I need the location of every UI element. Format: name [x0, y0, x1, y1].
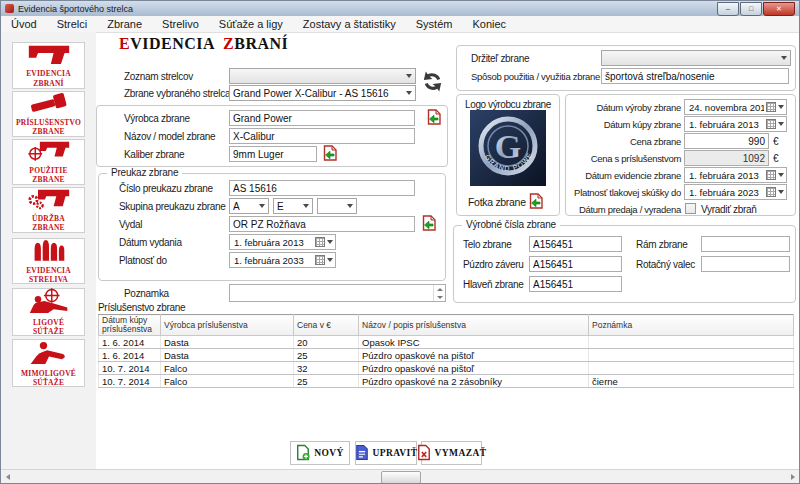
sidebar-item-evidencia-zbrani[interactable]: EVIDENCIA ZBRANÍ [12, 42, 85, 89]
column-header-price[interactable]: Cena v € [294, 315, 359, 336]
barrel-serial-input[interactable] [529, 276, 622, 292]
pistol-icon [27, 43, 71, 69]
pressure-test-label: Platnosť tlakovej skúšky do [567, 187, 681, 198]
body-serial-label: Telo zbrane [463, 239, 511, 250]
maximize-button[interactable]: □ [740, 2, 762, 16]
usage-label: Spôsob použitia / využitia zbrane [471, 71, 600, 82]
delete-document-icon [417, 444, 431, 463]
bullets-icon [31, 238, 67, 266]
refresh-icon[interactable] [420, 67, 445, 97]
menu-item-zbrane[interactable]: Zbrane [97, 18, 152, 30]
usage-input[interactable] [601, 68, 789, 84]
logo-panel-title: Logo výrobcu zbrane [456, 99, 560, 110]
note-textarea[interactable] [229, 284, 446, 302]
scrollbar-thumb[interactable] [381, 471, 421, 484]
manufacturer-label: Výrobca zbrane [124, 113, 190, 124]
total-currency: € [773, 153, 779, 164]
chevron-down-icon [343, 204, 356, 208]
delete-button[interactable]: VYMAZAŤ [421, 441, 482, 465]
menu-item-zostavy-a-statistiky[interactable]: Zostavy a štatistiky [293, 18, 406, 30]
menu-item-koniec[interactable]: Koniec [462, 18, 516, 30]
chevron-down-icon [402, 74, 415, 78]
close-button[interactable]: ✕ [763, 2, 795, 16]
issue-date-picker[interactable]: 1. februára 2013 [229, 234, 336, 250]
menu-item-system[interactable]: Systém [406, 18, 463, 30]
weapon-list-combobox[interactable]: Grand Power X-Calibur - AS 15616 [229, 85, 416, 101]
pistol-crosshair-icon [27, 140, 71, 166]
accessories-title: Príslušenstvo zbrane [98, 302, 185, 313]
caliber-label: Kaliber zbrane [124, 149, 184, 160]
shooter-list-combobox[interactable] [229, 68, 416, 84]
photo-lookup-book-icon[interactable] [529, 193, 543, 209]
horizontal-scrollbar[interactable] [1, 469, 799, 483]
title-bar[interactable]: Evidencia športového strelca – □ ✕ [1, 1, 799, 16]
purchase-date-label: Dátum kúpy zbrane [567, 119, 681, 130]
note-spinner[interactable] [433, 285, 445, 301]
app-icon [5, 4, 14, 13]
sidebar-item-mimoligove-sutaze[interactable]: MIMOLIGOVÉ SÚŤAŽE [12, 339, 85, 387]
manufacturer-lookup-book-icon[interactable] [427, 109, 441, 125]
flashlight-icon [27, 92, 71, 118]
license-issuer-input[interactable] [229, 216, 415, 232]
cylinder-serial-label: Rotačný valec [636, 259, 695, 270]
pressure-test-date-picker[interactable]: 1. februára 2023 [684, 184, 787, 200]
license-group2-combobox[interactable]: E [273, 198, 313, 214]
license-groupbox-title: Preukaz zbrane [107, 167, 182, 178]
table-row[interactable]: 10. 7. 2014Falco25Púzdro opaskové na 2 z… [99, 375, 794, 388]
license-number-input[interactable] [229, 180, 415, 196]
sidebar-item-pouzitie-zbrane[interactable]: POUŽITIE ZBRANE [12, 139, 85, 185]
table-row[interactable]: 10. 7. 2014Falco32Púzdro opaskové na piš… [99, 362, 794, 375]
scroll-right-arrow-icon[interactable] [786, 471, 799, 483]
sidebar-item-ligove-sutaze[interactable]: LIGOVÉ SÚŤAŽE [12, 288, 85, 336]
registration-date-picker[interactable]: 1. februára 2013 [684, 167, 787, 183]
shooter-icon [27, 339, 71, 369]
table-row[interactable]: 1. 6. 2014Dasta20Opasok IPSC [99, 336, 794, 349]
registration-date-label: Dátum evidencie zbrane [567, 170, 681, 181]
minimize-button[interactable]: – [717, 2, 739, 16]
app-window: Evidencia športového strelca – □ ✕ Úvod … [0, 0, 800, 484]
manufacturer-input[interactable] [229, 110, 415, 126]
license-group3-combobox[interactable] [317, 198, 357, 214]
slide-serial-input[interactable] [529, 256, 622, 272]
license-number-label: Číslo preukazu zbrane [119, 183, 213, 194]
menu-item-uvod[interactable]: Úvod [1, 18, 47, 30]
calendar-icon [313, 237, 335, 247]
new-button[interactable]: NOVÝ [290, 441, 350, 465]
menu-item-strelci[interactable]: Strelci [47, 18, 98, 30]
calendar-icon [764, 170, 786, 180]
sidebar: EVIDENCIA ZBRANÍ PRÍSLUŠENSTVO ZBRANE PO… [1, 32, 96, 484]
sidebar-item-evidencia-streliva[interactable]: EVIDENCIA STRELIVA [12, 238, 85, 284]
cylinder-serial-input[interactable] [701, 256, 790, 272]
calendar-icon [313, 255, 335, 265]
caliber-input[interactable] [229, 146, 317, 162]
menu-item-strelivo[interactable]: Strelivo [152, 18, 209, 30]
vyradit-checkbox[interactable] [685, 203, 696, 214]
valid-until-date-picker[interactable]: 1. februára 2033 [229, 252, 336, 268]
production-date-picker[interactable]: 24. novembra 2012 [684, 99, 787, 115]
total-price-input[interactable] [684, 150, 769, 166]
sidebar-item-prislusenstvo-zbrane[interactable]: PRÍSLUŠENSTVO ZBRANE [12, 91, 85, 137]
table-row[interactable]: 1. 6. 2014Dasta25Púzdro opaskové na pišt… [99, 349, 794, 362]
scroll-left-arrow-icon[interactable] [1, 471, 14, 483]
purchase-date-picker[interactable]: 1. februára 2013 [684, 116, 787, 132]
edit-button[interactable]: UPRAVIŤ [355, 441, 417, 465]
note-label: Poznamka [124, 288, 169, 299]
menu-bar: Úvod Strelci Zbrane Strelivo Súťaže a li… [1, 16, 799, 33]
license-group1-combobox[interactable]: A [229, 198, 269, 214]
chevron-down-icon [402, 91, 415, 95]
weapon-photo-label: Fotka zbrane [468, 196, 526, 208]
model-input[interactable] [229, 128, 415, 144]
price-input[interactable] [684, 133, 769, 149]
holder-combobox[interactable] [601, 50, 791, 66]
sidebar-item-udrzba-zbrane[interactable]: ÚDRŽBA ZBRANE [12, 187, 85, 233]
caliber-lookup-book-icon[interactable] [323, 145, 337, 161]
column-header-maker[interactable]: Výrobca príslušenstva [161, 315, 294, 336]
body-serial-input[interactable] [529, 236, 622, 252]
frame-serial-input[interactable] [701, 236, 790, 252]
issuer-lookup-book-icon[interactable] [422, 215, 436, 231]
column-header-date[interactable]: Dátum kúpy príslušenstva [99, 315, 161, 336]
menu-item-sutaze-a-ligy[interactable]: Súťaže a ligy [209, 18, 293, 30]
column-header-note[interactable]: Poznámka [589, 315, 794, 336]
column-header-name[interactable]: Názov / popis príslušenstva [359, 315, 589, 336]
price-currency: € [773, 136, 779, 147]
